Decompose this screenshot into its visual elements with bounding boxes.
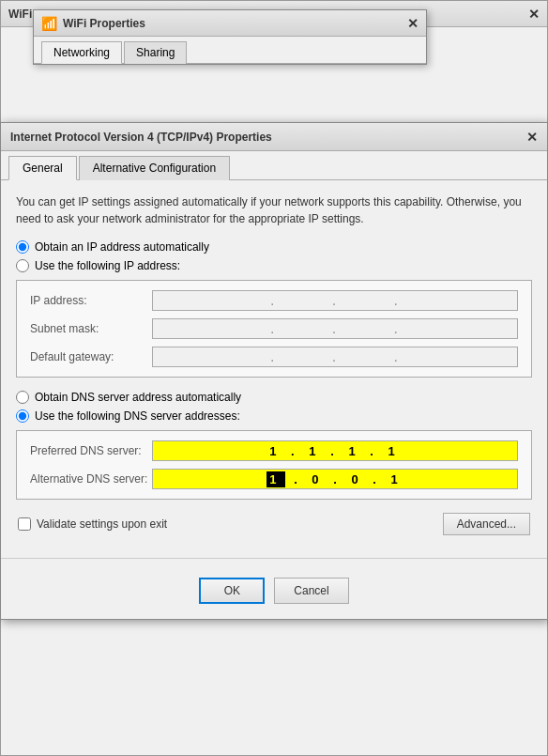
alt-dns-row: Alternative DNS server: 1 . 0 . 0 . 1 xyxy=(30,469,518,489)
validate-row: Validate settings upon exit Advanced... xyxy=(16,513,532,535)
wifi-icon: 📶 xyxy=(41,16,57,31)
radio-obtain-dns-auto[interactable]: Obtain DNS server address automatically xyxy=(16,391,532,404)
ok-button[interactable]: OK xyxy=(199,578,265,604)
main-dialog: Internet Protocol Version 4 (TCP/IPv4) P… xyxy=(0,122,548,620)
dns-box: Preferred DNS server: 1 . 1 . 1 . 1 Alte… xyxy=(16,430,532,500)
wifi-props-tab-bar: Networking Sharing xyxy=(34,37,426,64)
alt-dns-label: Alternative DNS server: xyxy=(30,472,152,486)
cancel-button[interactable]: Cancel xyxy=(274,578,348,604)
radio-obtain-ip-auto-input[interactable] xyxy=(16,240,29,254)
default-gateway-row: Default gateway: . . . xyxy=(30,347,518,367)
subnet-mask-input[interactable]: . . . xyxy=(152,318,518,339)
main-tab-bar: General Alternative Configuration xyxy=(1,151,547,180)
tab-alt-config[interactable]: Alternative Configuration xyxy=(79,156,230,180)
preferred-dns-label: Preferred DNS server: xyxy=(30,444,152,457)
wifi-props-titlebar: 📶 WiFi Properties ✕ xyxy=(34,10,426,37)
radio-obtain-dns-auto-input[interactable] xyxy=(16,391,29,404)
ip-address-input[interactable]: . . . xyxy=(152,290,518,311)
dialog-body: You can get IP settings assigned automat… xyxy=(1,180,547,548)
alt-dns-input[interactable]: 1 . 0 . 0 . 1 xyxy=(152,469,518,489)
validate-checkbox[interactable] xyxy=(18,517,31,531)
bottom-buttons: OK Cancel xyxy=(1,568,547,619)
advanced-button[interactable]: Advanced... xyxy=(443,513,530,535)
wifi-tab-networking[interactable]: Networking xyxy=(41,41,122,64)
preferred-dns-row: Preferred DNS server: 1 . 1 . 1 . 1 xyxy=(30,440,518,461)
subnet-mask-label: Subnet mask: xyxy=(30,322,152,335)
wifi-props-dialog: 📶 WiFi Properties ✕ Networking Sharing xyxy=(33,9,427,65)
subnet-mask-row: Subnet mask: . . . xyxy=(30,318,518,339)
dns-radio-group: Obtain DNS server address automatically … xyxy=(16,391,532,423)
radio-obtain-ip-auto[interactable]: Obtain an IP address automatically xyxy=(16,240,532,254)
description-text: You can get IP settings assigned automat… xyxy=(16,193,532,227)
wifi-tab-sharing[interactable]: Sharing xyxy=(124,41,187,64)
dns-section: Obtain DNS server address automatically … xyxy=(16,391,532,500)
radio-use-following-ip-input[interactable] xyxy=(16,259,29,272)
main-titlebar: Internet Protocol Version 4 (TCP/IPv4) P… xyxy=(1,123,547,151)
bg-close-icon[interactable]: ✕ xyxy=(528,7,540,22)
radio-use-following-ip[interactable]: Use the following IP address: xyxy=(16,259,532,272)
ip-address-label: IP address: xyxy=(30,294,152,307)
ip-section-box: IP address: . . . Subnet mask: . . . Def… xyxy=(16,280,532,378)
ip-radio-group: Obtain an IP address automatically Use t… xyxy=(16,240,532,272)
default-gateway-label: Default gateway: xyxy=(30,350,152,363)
ip-address-row: IP address: . . . xyxy=(30,290,518,311)
default-gateway-input[interactable]: . . . xyxy=(152,347,518,367)
separator xyxy=(1,558,547,559)
radio-use-following-dns[interactable]: Use the following DNS server addresses: xyxy=(16,409,532,423)
validate-left: Validate settings upon exit xyxy=(18,517,167,531)
preferred-dns-input[interactable]: 1 . 1 . 1 . 1 xyxy=(152,440,518,461)
main-dialog-title: Internet Protocol Version 4 (TCP/IPv4) P… xyxy=(10,131,272,144)
wifi-props-title: WiFi Properties xyxy=(63,17,145,30)
wifi-props-close-icon[interactable]: ✕ xyxy=(407,16,419,31)
main-close-icon[interactable]: ✕ xyxy=(526,130,538,145)
radio-use-following-dns-input[interactable] xyxy=(16,409,29,423)
validate-label: Validate settings upon exit xyxy=(37,517,167,531)
tab-general[interactable]: General xyxy=(8,156,77,180)
